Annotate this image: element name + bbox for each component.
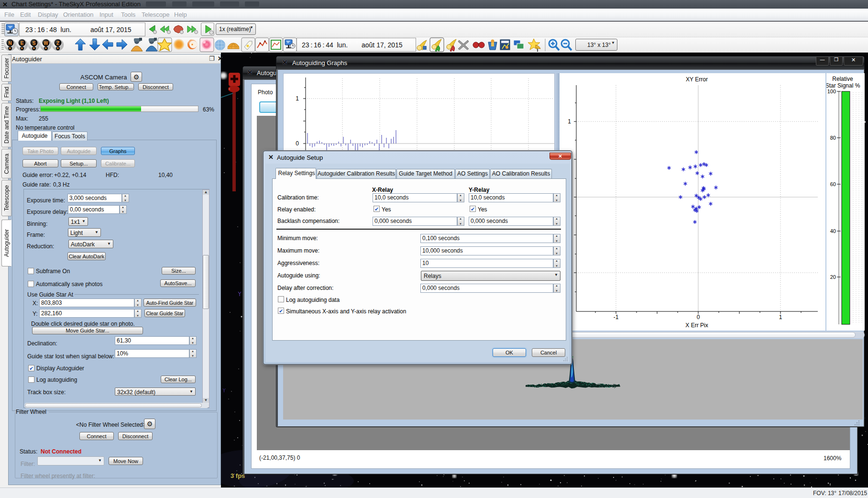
svg-text:E: E	[21, 41, 24, 46]
svg-text:W: W	[44, 41, 48, 46]
svg-text:S: S	[33, 41, 36, 46]
svg-text:1: 1	[779, 314, 782, 321]
svg-text:20: 20	[830, 274, 836, 280]
svg-text:Star Signal %: Star Signal %	[826, 82, 860, 89]
svg-text:XY Error: XY Error	[686, 76, 708, 83]
svg-text:N: N	[8, 41, 11, 46]
svg-text:-1: -1	[614, 314, 619, 321]
svg-text:0: 0	[697, 314, 700, 321]
svg-text:0: 0	[296, 140, 299, 147]
svg-text:40: 40	[830, 228, 836, 234]
svg-text:80: 80	[830, 135, 836, 141]
svg-text:1: 1	[296, 95, 299, 102]
svg-text:1: 1	[568, 118, 571, 125]
svg-text:Relative: Relative	[832, 76, 853, 82]
svg-text:Z: Z	[56, 41, 59, 46]
svg-text:100: 100	[827, 89, 836, 94]
svg-text:60: 60	[830, 181, 836, 187]
svg-text:X Err Pix: X Err Pix	[685, 322, 708, 329]
